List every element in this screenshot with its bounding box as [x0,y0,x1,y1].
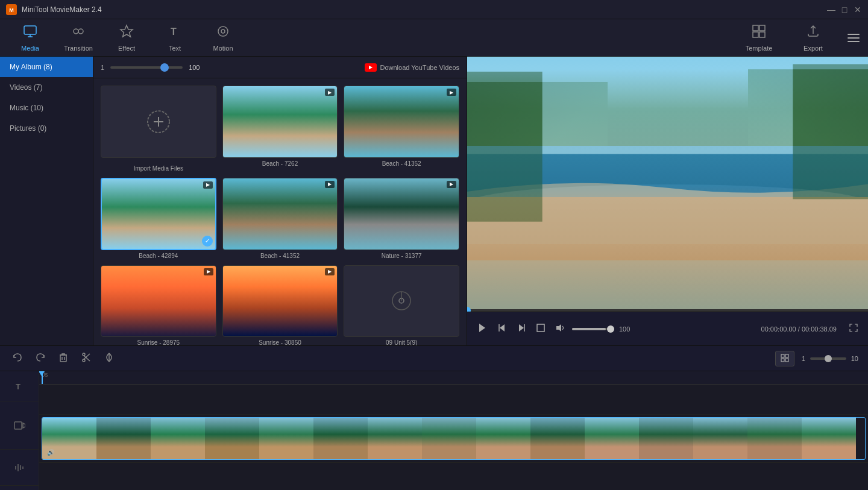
video-clip[interactable]: 🔊 [42,417,866,460]
zoom-slider[interactable] [110,66,183,69]
toolbar-transition[interactable]: Transition [54,21,102,55]
sidebar-item-pictures[interactable]: Pictures (0) [0,118,93,139]
export-icon [806,24,820,42]
svg-rect-19 [467,244,868,312]
list-item[interactable]: ▶ Sunrise - 28975 [101,265,216,345]
svg-marker-28 [556,324,561,331]
video-badge: ▶ [447,89,456,96]
media-thumbnail: ▶ [344,86,459,158]
list-item[interactable]: ▶ Beach - 41352 [222,178,338,259]
close-button[interactable]: ✕ [854,5,862,14]
clip-frames [42,418,865,459]
hamburger-menu[interactable] [845,30,862,46]
sidebar-item-my-album[interactable]: My Album (8) [0,57,93,77]
media-item-label: Beach - 7262 [262,160,298,167]
redo-button[interactable] [33,350,48,368]
media-item-label: Sunrise - 28975 [137,339,180,345]
app-title: MiniTool MovieMaker 2.4 [22,5,827,14]
media-thumbnail [344,265,459,338]
import-media-button[interactable]: Import Media Files [101,86,216,172]
crop-button[interactable] [533,321,548,338]
preview-progress-bar[interactable] [467,309,868,312]
sidebar-item-music[interactable]: Music (10) [0,98,93,118]
toolbar-export[interactable]: Export [786,21,840,55]
list-item[interactable]: ▶ Beach - 7262 [222,86,338,172]
volume-button[interactable] [553,321,567,338]
volume-slider[interactable] [572,328,614,330]
preview-controls: 100 00:00:00.00 / 00:00:38.09 [467,312,868,345]
cut-button[interactable] [78,350,94,368]
import-thumb [101,86,216,158]
step-forward-button[interactable] [514,321,529,338]
sidebar: My Album (8) Videos (7) Music (10) Pictu… [0,57,93,345]
audio-track [39,463,868,490]
svg-marker-43 [23,423,25,428]
list-item[interactable]: ▶ ✓ Beach - 42894 [101,178,216,259]
media-label: Media [21,45,39,52]
delete-button[interactable] [55,350,71,368]
list-item[interactable]: ▶ Nature - 31377 [344,178,459,259]
preview-image [467,57,868,312]
list-item[interactable]: ▶ Beach - 41352 [344,86,459,172]
svg-rect-2 [24,26,36,34]
svg-rect-21 [793,64,868,199]
media-panel: 1 100 Download YouTube Videos Import Med… [93,57,467,345]
main-area: My Album (8) Videos (7) Music (10) Pictu… [0,57,868,345]
selected-badge: ✓ [202,236,213,247]
transition-label: Transition [64,45,93,52]
media-item-label: Beach - 42894 [139,253,178,259]
media-item-label: Beach - 41352 [382,160,421,167]
timeline-content: T 0s [0,371,868,490]
toolbar-template[interactable]: Template [732,21,786,55]
text-track-icon: T [0,371,39,401]
volume-thumb[interactable] [607,325,614,333]
sidebar-item-videos[interactable]: Videos (7) [0,77,93,98]
split-button[interactable] [101,350,117,368]
list-item[interactable]: ▶ Sunrise - 30850 [222,265,338,345]
undo-button[interactable] [10,350,25,368]
list-item[interactable]: 09 Unit 5(9) [344,265,459,345]
fullscreen-button[interactable] [846,321,861,337]
maximize-button[interactable]: □ [840,5,849,14]
youtube-download-button[interactable]: Download YouTube Videos [365,63,460,72]
playhead[interactable] [42,371,43,384]
zoom-thumb[interactable] [160,63,169,72]
app-icon: M [6,4,17,15]
video-track[interactable]: 🔊 [39,415,868,463]
toolbar-text[interactable]: T Text [151,21,199,55]
time-display: 00:00:00.00 / 00:00:38.09 [761,325,837,333]
preview-panel: 100 00:00:00.00 / 00:00:38.09 [467,57,868,345]
zoom-max: 10 [851,355,858,362]
zoom-thumb[interactable] [825,355,832,362]
svg-rect-10 [760,25,765,31]
svg-rect-38 [785,354,788,357]
toolbar-motion[interactable]: Motion [199,21,247,55]
zoom-slider[interactable] [810,357,846,360]
audio-indicator: 🔊 [47,449,54,456]
template-label: Template [746,45,773,52]
svg-rect-40 [785,359,788,362]
media-thumbnail: ▶ ✓ [101,178,216,250]
video-badge: ▶ [203,181,213,189]
text-label: Text [169,45,181,52]
svg-point-33 [83,353,85,356]
svg-point-8 [221,30,225,33]
video-track-icon [0,401,39,450]
step-back-button[interactable] [495,321,509,338]
svg-point-32 [83,359,85,362]
youtube-icon [365,63,377,72]
svg-rect-12 [760,32,765,37]
minimize-button[interactable]: — [827,5,835,14]
transition-icon [71,24,86,42]
video-badge: ▶ [447,181,456,188]
fit-button[interactable] [775,351,794,366]
toolbar-effect[interactable]: Effect [102,21,151,55]
media-thumbnail: ▶ [222,86,338,158]
video-badge: ▶ [325,268,335,275]
play-button[interactable] [474,320,490,338]
media-item-label: Sunrise - 30850 [259,339,301,345]
timeline-tracks: 0s [39,371,868,490]
export-label: Export [804,45,823,52]
youtube-download-label: Download YouTube Videos [380,64,460,71]
toolbar-media[interactable]: Media [6,21,54,55]
